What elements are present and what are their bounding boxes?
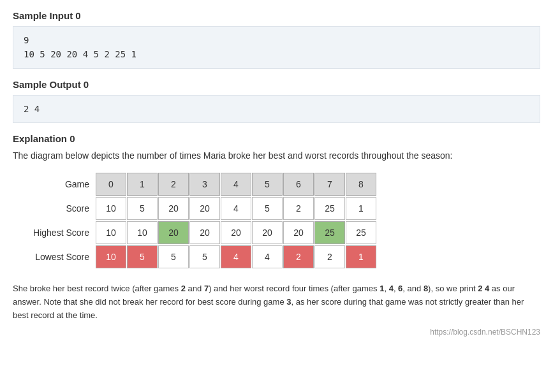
game-cell-1: 1 — [127, 173, 158, 196]
highest-score-label: Highest Score — [26, 228, 96, 238]
bold-3: 3 — [286, 297, 291, 307]
lowest-cell-5: 4 — [252, 245, 283, 268]
lowest-cell-2: 5 — [158, 245, 189, 268]
highest-cell-3: 20 — [189, 221, 220, 244]
score-label: Score — [26, 203, 96, 214]
game-cell-6: 6 — [283, 173, 314, 196]
game-cell-4: 4 — [221, 173, 251, 196]
description-text: The diagram below depicts the number of … — [13, 149, 540, 163]
sample-input-line2: 10 5 20 20 4 5 2 25 1 — [24, 47, 529, 61]
game-cell-8: 8 — [346, 173, 376, 196]
explanation-title: Explanation 0 — [13, 133, 540, 144]
highest-cell-4: 20 — [221, 221, 251, 244]
game-label: Game — [26, 179, 96, 189]
game-cell-2: 2 — [158, 173, 189, 196]
highest-cell-5: 20 — [252, 221, 283, 244]
highest-score-row: Highest Score 10 10 20 20 20 20 20 25 25 — [26, 221, 377, 244]
bold-answer: 2 4 — [478, 284, 489, 293]
highest-cell-0: 10 — [96, 221, 126, 244]
score-row: Score 10 5 20 20 4 5 2 25 1 — [26, 197, 377, 220]
bold-8: 8 — [424, 284, 428, 293]
score-cell-8: 1 — [346, 197, 376, 220]
game-cell-5: 5 — [252, 173, 283, 196]
lowest-cell-0: 10 — [96, 245, 126, 268]
sample-output-block: 2 4 — [13, 95, 540, 123]
diagram: Game 0 1 2 3 4 5 6 7 8 Score 10 5 20 20 … — [13, 173, 540, 270]
score-cell-1: 5 — [127, 197, 158, 220]
score-cell-0: 10 — [96, 197, 126, 220]
highest-cell-1: 10 — [127, 221, 158, 244]
highest-cell-2: 20 — [158, 221, 189, 244]
score-cell-2: 20 — [158, 197, 189, 220]
game-cell-7: 7 — [314, 173, 345, 196]
lowest-score-row: Lowest Score 10 5 5 5 4 4 2 2 1 — [26, 245, 377, 268]
lowest-cell-7: 2 — [314, 245, 345, 268]
lowest-cell-3: 5 — [189, 245, 220, 268]
bold-6: 6 — [398, 284, 402, 293]
watermark-text: https://blog.csdn.net/BSCHN123 — [13, 328, 540, 337]
footer-paragraph: She broke her best record twice (after g… — [13, 282, 540, 322]
highest-cell-8: 25 — [346, 221, 376, 244]
lowest-cell-8: 1 — [346, 245, 376, 268]
game-cell-0: 0 — [96, 173, 126, 196]
game-row: Game 0 1 2 3 4 5 6 7 8 — [26, 173, 377, 196]
sample-output-value: 2 4 — [24, 102, 529, 116]
lowest-cell-1: 5 — [127, 245, 158, 268]
sample-input-line1: 9 — [24, 33, 529, 47]
score-cell-7: 25 — [314, 197, 345, 220]
lowest-score-label: Lowest Score — [26, 252, 96, 262]
score-cell-6: 2 — [283, 197, 314, 220]
highest-cell-7: 25 — [314, 221, 345, 244]
score-cell-4: 4 — [221, 197, 251, 220]
highest-cell-6: 20 — [283, 221, 314, 244]
lowest-cell-6: 2 — [283, 245, 314, 268]
sample-output-title: Sample Output 0 — [13, 79, 540, 90]
score-cell-5: 5 — [252, 197, 283, 220]
game-cell-3: 3 — [189, 173, 220, 196]
lowest-cell-4: 4 — [221, 245, 251, 268]
score-cell-3: 20 — [189, 197, 220, 220]
bold-7: 7 — [204, 284, 209, 293]
sample-input-title: Sample Input 0 — [13, 10, 540, 21]
bold-2: 2 — [181, 284, 186, 293]
bold-1: 1 — [380, 284, 384, 293]
sample-input-block: 9 10 5 20 20 4 5 2 25 1 — [13, 26, 540, 69]
bold-4: 4 — [389, 284, 394, 293]
